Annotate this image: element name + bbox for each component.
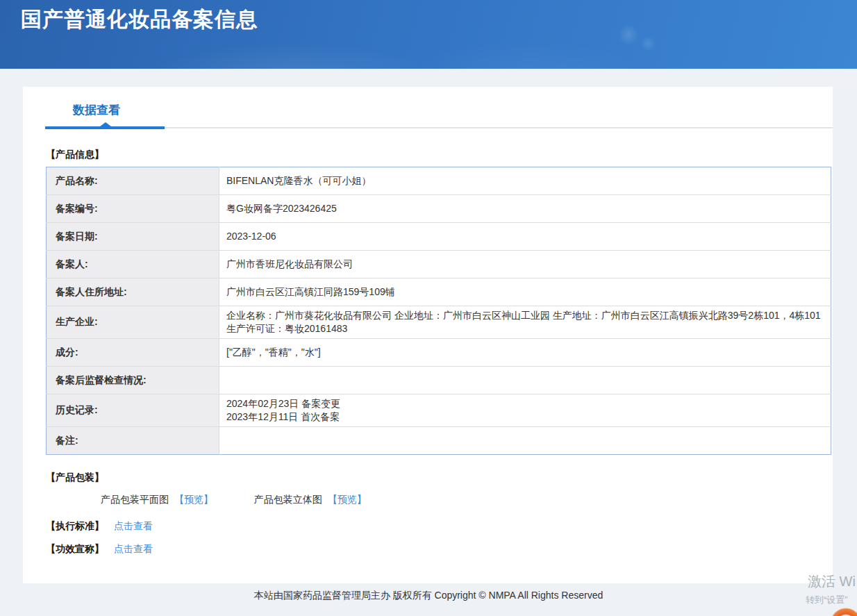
row-label-product-name: 产品名称: xyxy=(47,167,219,195)
row-value-manufacturer: 企业名称：广州市葵花化妆品有限公司 企业地址：广州市白云区神山工业园 生产地址：… xyxy=(219,306,831,339)
executive-standard-row: 【执行标准】 点击查看 xyxy=(46,520,833,533)
row-value-product-name: BIFENLAN克隆香水（可可小姐） xyxy=(219,167,831,195)
table-row: 备案人: 广州市香班尼化妆品有限公司 xyxy=(47,251,831,278)
table-row: 备注: xyxy=(47,426,831,454)
section-title-packaging: 【产品包装】 xyxy=(46,472,833,484)
row-value-ingredients: ["乙醇"，"香精"，"水"] xyxy=(219,338,831,366)
product-info-table: 产品名称: BIFENLAN克隆香水（可可小姐） 备案编号: 粤G妆网备字202… xyxy=(46,167,831,455)
row-label-registrant: 备案人: xyxy=(47,251,219,278)
page-title: 国产普通化妆品备案信息 xyxy=(0,0,857,34)
row-value-supervision xyxy=(219,366,831,394)
table-row: 备案编号: 粤G妆网备字2023426425 xyxy=(47,195,831,223)
page-header: 国产普通化妆品备案信息 xyxy=(0,0,857,69)
corner-widget-icon[interactable] xyxy=(829,607,857,616)
row-value-history: 2024年02月23日 备案变更 2023年12月11日 首次备案 xyxy=(219,394,831,426)
executive-standard-view-link[interactable]: 点击查看 xyxy=(114,520,153,531)
table-row: 历史记录: 2024年02月23日 备案变更 2023年12月11日 首次备案 xyxy=(47,394,831,426)
efficacy-claim-view-link[interactable]: 点击查看 xyxy=(114,543,153,554)
tab-data-view[interactable]: 数据查看 xyxy=(73,102,120,118)
table-row: 生产企业: 企业名称：广州市葵花化妆品有限公司 企业地址：广州市白云区神山工业园… xyxy=(47,306,831,339)
row-label-manufacturer: 生产企业: xyxy=(47,306,219,339)
row-value-remarks xyxy=(219,426,831,454)
tab-divider-line xyxy=(165,127,833,128)
packaging-row: 产品包装平面图 【预览】 产品包装立体图 【预览】 xyxy=(101,494,833,506)
content-card: 数据查看 【产品信息】 产品名称: BIFENLAN克隆香水（可可小姐） 备案编… xyxy=(23,87,833,583)
windows-activation-watermark-line1: 激活 Wi xyxy=(808,572,856,591)
row-value-record-date: 2023-12-06 xyxy=(219,223,831,251)
page: 国产普通化妆品备案信息 数据查看 【产品信息】 产品名称: BIFENLAN克隆… xyxy=(0,0,857,616)
row-label-registrant-address: 备案人住所地址: xyxy=(47,278,219,306)
efficacy-claim-row: 【功效宣称】 点击查看 xyxy=(46,543,833,556)
tab-underline xyxy=(45,126,833,129)
row-label-remarks: 备注: xyxy=(47,426,219,454)
windows-activation-watermark-line2: 转到“设置” xyxy=(806,594,848,606)
footer-copyright: 本站由国家药品监督管理局主办 版权所有 Copyright © NMPA All… xyxy=(0,590,857,602)
packaging-flat-label: 产品包装平面图 xyxy=(101,494,169,505)
section-title-product-info: 【产品信息】 xyxy=(46,149,833,161)
table-row: 备案后监督检查情况: xyxy=(47,366,831,394)
row-value-registrant: 广州市香班尼化妆品有限公司 xyxy=(219,251,831,278)
table-row: 产品名称: BIFENLAN克隆香水（可可小姐） xyxy=(47,167,831,195)
table-row: 成分: ["乙醇"，"香精"，"水"] xyxy=(47,338,831,366)
tab-arrow-icon xyxy=(100,122,111,126)
row-label-record-number: 备案编号: xyxy=(47,195,219,223)
table-row: 备案日期: 2023-12-06 xyxy=(47,223,831,251)
packaging-stereo-group: 产品包装立体图 【预览】 xyxy=(254,494,367,506)
row-label-supervision: 备案后监督检查情况: xyxy=(47,366,219,394)
table-row: 备案人住所地址: 广州市白云区江高镇江同路159号109铺 xyxy=(47,278,831,306)
section-title-efficacy-claim: 【功效宣称】 xyxy=(46,543,104,554)
row-value-record-number: 粤G妆网备字2023426425 xyxy=(219,195,831,223)
packaging-stereo-preview-link[interactable]: 【预览】 xyxy=(328,494,367,505)
row-label-record-date: 备案日期: xyxy=(47,223,219,251)
packaging-flat-preview-link[interactable]: 【预览】 xyxy=(174,494,213,505)
row-value-registrant-address: 广州市白云区江高镇江同路159号109铺 xyxy=(219,278,831,306)
row-label-ingredients: 成分: xyxy=(47,338,219,366)
packaging-flat-group: 产品包装平面图 【预览】 xyxy=(101,494,213,506)
row-label-history: 历史记录: xyxy=(47,394,219,426)
packaging-stereo-label: 产品包装立体图 xyxy=(254,494,322,505)
tab-active-indicator xyxy=(45,126,165,129)
section-title-executive-standard: 【执行标准】 xyxy=(46,520,104,531)
